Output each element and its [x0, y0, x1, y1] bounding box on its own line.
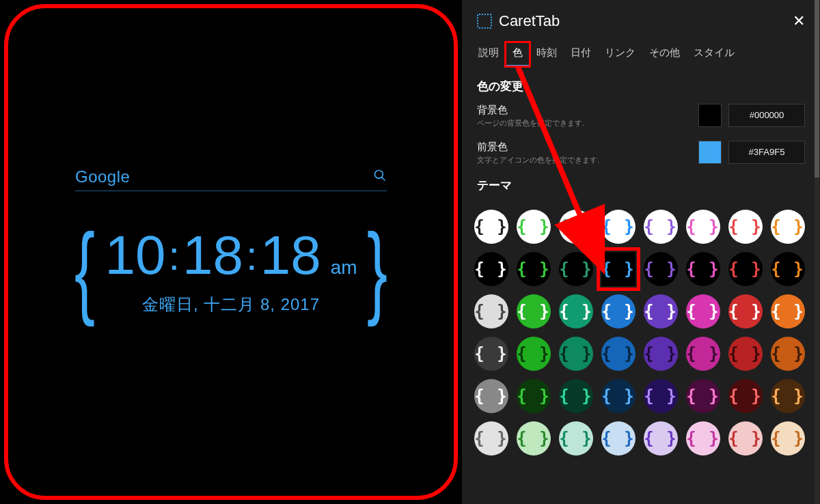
- theme-swatch[interactable]: { }: [728, 337, 763, 371]
- theme-swatch[interactable]: { }: [559, 421, 593, 456]
- settings-panel: CaretTab ✕ 説明色時刻日付リンクその他スタイル 色の変更 背景色 ペー…: [462, 0, 820, 504]
- tab-スタイル[interactable]: スタイル: [687, 42, 741, 66]
- theme-swatch[interactable]: { }: [559, 210, 593, 244]
- panel-header: CaretTab ✕: [462, 0, 820, 36]
- theme-swatch[interactable]: { }: [771, 379, 805, 413]
- fg-color-swatch[interactable]: [698, 141, 722, 164]
- fg-hex-input[interactable]: #3FA9F5: [728, 141, 805, 164]
- theme-swatch[interactable]: { }: [644, 379, 678, 413]
- theme-title: テーマ: [477, 178, 805, 193]
- theme-swatch[interactable]: { }: [728, 421, 763, 456]
- theme-swatch[interactable]: { }: [559, 294, 593, 328]
- time-seconds: 18: [260, 225, 321, 285]
- tab-時刻[interactable]: 時刻: [530, 42, 564, 66]
- svg-line-1: [382, 177, 385, 180]
- time-minutes: 18: [182, 225, 243, 285]
- fg-hint: 文字とアイコンの色を指定できます.: [477, 155, 693, 165]
- theme-swatch[interactable]: { }: [601, 252, 636, 286]
- theme-swatch[interactable]: { }: [686, 379, 720, 413]
- theme-swatch[interactable]: { }: [517, 210, 551, 244]
- theme-swatch[interactable]: { }: [686, 252, 720, 286]
- tab-その他[interactable]: その他: [642, 42, 687, 66]
- theme-swatch[interactable]: { }: [474, 252, 508, 286]
- theme-swatch[interactable]: { }: [644, 210, 678, 244]
- theme-swatch[interactable]: { }: [474, 379, 508, 413]
- theme-swatch[interactable]: { }: [686, 337, 720, 371]
- theme-grid: { }{ }{ }{ }{ }{ }{ }{ }{ }{ }{ }{ }{ }{…: [462, 206, 820, 462]
- theme-swatch[interactable]: { }: [601, 379, 636, 413]
- theme-swatch[interactable]: { }: [559, 337, 593, 371]
- search-placeholder: Google: [75, 167, 130, 186]
- theme-swatch[interactable]: { }: [771, 294, 805, 328]
- theme-swatch[interactable]: { }: [474, 210, 508, 244]
- theme-swatch[interactable]: { }: [728, 294, 763, 328]
- theme-swatch[interactable]: { }: [728, 210, 763, 244]
- theme-swatch[interactable]: { }: [644, 294, 678, 328]
- theme-swatch[interactable]: { }: [517, 337, 551, 371]
- theme-swatch[interactable]: { }: [517, 421, 551, 456]
- theme-swatch[interactable]: { }: [517, 252, 551, 286]
- theme-swatch[interactable]: { }: [644, 252, 678, 286]
- brace-right-icon: }: [367, 219, 387, 321]
- theme-swatch[interactable]: { }: [644, 421, 678, 456]
- theme-swatch[interactable]: { }: [771, 421, 805, 456]
- tab-色[interactable]: 色: [506, 42, 530, 66]
- theme-swatch[interactable]: { }: [771, 337, 805, 371]
- theme-swatch[interactable]: { }: [644, 337, 678, 371]
- theme-swatch[interactable]: { }: [771, 210, 805, 244]
- preview-pane: Google { 10:18:18am 金曜日, 十二月 8, 2017 }: [0, 0, 462, 504]
- theme-swatch[interactable]: { }: [601, 210, 636, 244]
- time-display: 10:18:18am: [105, 264, 357, 276]
- clock-widget: { 10:18:18am 金曜日, 十二月 8, 2017 }: [20, 219, 441, 321]
- panel-scrollbar[interactable]: [815, 0, 819, 504]
- svg-point-0: [375, 170, 383, 178]
- theme-swatch[interactable]: { }: [771, 252, 805, 286]
- theme-swatch[interactable]: { }: [474, 337, 508, 371]
- tab-リンク[interactable]: リンク: [598, 42, 642, 66]
- theme-swatch[interactable]: { }: [559, 379, 593, 413]
- close-icon[interactable]: ✕: [793, 12, 805, 30]
- tab-日付[interactable]: 日付: [564, 42, 598, 66]
- section-colors: 色の変更 背景色 ページの背景色を指定できます. #000000 前景色 文字と…: [462, 66, 820, 206]
- bg-hex-input[interactable]: #000000: [728, 104, 805, 127]
- scrollbar-thumb[interactable]: [815, 0, 819, 178]
- theme-swatch[interactable]: { }: [601, 421, 636, 456]
- row-foreground-color: 前景色 文字とアイコンの色を指定できます. #3FA9F5: [477, 141, 805, 165]
- date-display: 金曜日, 十二月 8, 2017: [105, 294, 357, 316]
- app-title: CaretTab: [499, 12, 560, 30]
- fg-label: 前景色: [477, 141, 693, 154]
- theme-swatch[interactable]: { }: [728, 379, 763, 413]
- theme-swatch[interactable]: { }: [686, 421, 720, 456]
- theme-swatch[interactable]: { }: [686, 210, 720, 244]
- theme-swatch[interactable]: { }: [686, 294, 720, 328]
- bg-label: 背景色: [477, 104, 693, 117]
- row-background-color: 背景色 ページの背景色を指定できます. #000000: [477, 104, 805, 128]
- section-title: 色の変更: [477, 79, 805, 94]
- theme-swatch[interactable]: { }: [474, 421, 508, 456]
- theme-swatch[interactable]: { }: [601, 337, 636, 371]
- theme-swatch[interactable]: { }: [559, 252, 593, 286]
- tab-説明[interactable]: 説明: [472, 42, 506, 66]
- brace-left-icon: {: [74, 219, 95, 321]
- theme-swatch[interactable]: { }: [517, 379, 551, 413]
- theme-swatch[interactable]: { }: [474, 294, 508, 328]
- theme-swatch[interactable]: { }: [517, 294, 551, 328]
- theme-swatch[interactable]: { }: [728, 252, 763, 286]
- bg-hint: ページの背景色を指定できます.: [477, 118, 693, 128]
- search-icon[interactable]: [373, 169, 387, 186]
- time-ampm: am: [331, 257, 357, 278]
- theme-swatch[interactable]: { }: [601, 294, 636, 328]
- time-hours: 10: [105, 225, 165, 285]
- tab-bar: 説明色時刻日付リンクその他スタイル: [462, 36, 820, 66]
- search-bar[interactable]: Google: [75, 167, 387, 191]
- app-logo-icon: [477, 14, 492, 29]
- bg-color-swatch[interactable]: [698, 104, 722, 127]
